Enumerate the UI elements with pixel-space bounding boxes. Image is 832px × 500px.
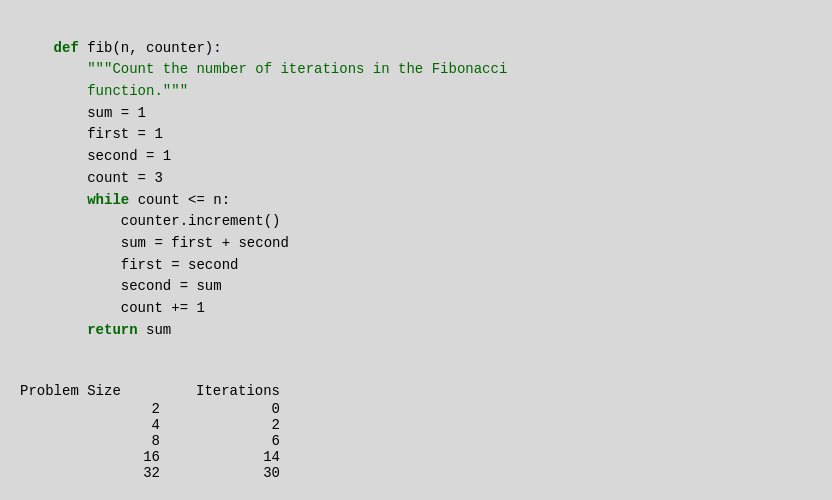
- code-line-second-assign: second = sum: [54, 278, 222, 294]
- table-row: 3230: [20, 465, 812, 481]
- table-rows-container: 20428616143230: [20, 401, 812, 481]
- code-line1-rest: fib(n, counter):: [79, 40, 222, 56]
- code-line-first: first = 1: [54, 126, 163, 142]
- docstring-line2: function.""": [54, 83, 188, 99]
- col1-header: Problem Size: [20, 383, 180, 399]
- table-cell-iterations: 6: [180, 433, 280, 449]
- main-container: def fib(n, counter): """Count the number…: [0, 0, 832, 500]
- table-cell-size: 4: [20, 417, 180, 433]
- code-line-count: count = 3: [54, 170, 163, 186]
- table-row: 86: [20, 433, 812, 449]
- table-cell-iterations: 30: [180, 465, 280, 481]
- table-cell-size: 32: [20, 465, 180, 481]
- code-line-first-assign: first = second: [54, 257, 239, 273]
- col2-header: Iterations: [180, 383, 280, 399]
- code-line-count-incr: count += 1: [54, 300, 205, 316]
- code-line-increment: counter.increment(): [54, 213, 281, 229]
- table-cell-iterations: 14: [180, 449, 280, 465]
- table-cell-size: 8: [20, 433, 180, 449]
- table-row: 20: [20, 401, 812, 417]
- table-row: 42: [20, 417, 812, 433]
- table-row: 1614: [20, 449, 812, 465]
- return-keyword: return: [54, 322, 138, 338]
- def-keyword: def: [54, 40, 79, 56]
- code-line-second: second = 1: [54, 148, 172, 164]
- code-line-sum: sum = 1: [54, 105, 146, 121]
- code-line-while-rest: count <= n:: [129, 192, 230, 208]
- code-line-return-rest: sum: [138, 322, 172, 338]
- table-cell-iterations: 0: [180, 401, 280, 417]
- code-block: def fib(n, counter): """Count the number…: [20, 16, 812, 363]
- table-header-row: Problem Size Iterations: [20, 383, 812, 399]
- table-section: Problem Size Iterations 20428616143230: [20, 383, 812, 481]
- while-keyword: while: [54, 192, 130, 208]
- table-cell-size: 16: [20, 449, 180, 465]
- table-cell-size: 2: [20, 401, 180, 417]
- docstring-line1: """Count the number of iterations in the…: [54, 61, 508, 77]
- code-line-sum-calc: sum = first + second: [54, 235, 289, 251]
- table-cell-iterations: 2: [180, 417, 280, 433]
